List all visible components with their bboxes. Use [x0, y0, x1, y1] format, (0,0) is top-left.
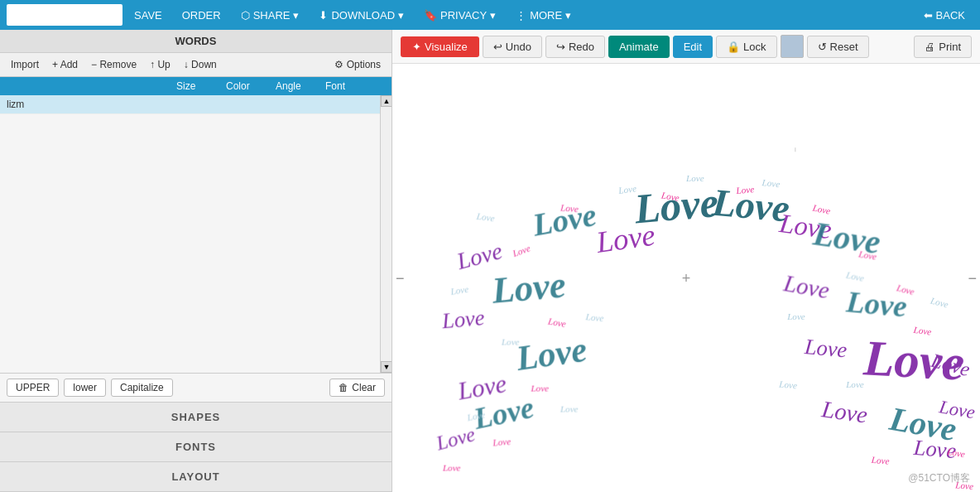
reset-button[interactable]: ↺ Reset [807, 36, 869, 58]
privacy-icon: 🔖 [424, 9, 437, 22]
svg-text:Love: Love [442, 463, 461, 473]
download-button[interactable]: ⬇ DOWNLOAD ▾ [310, 6, 412, 25]
table-row[interactable] [0, 95, 380, 114]
scroll-down-arrow[interactable]: ▼ [381, 361, 392, 373]
privacy-button[interactable]: 🔖 PRIVACY ▾ [416, 6, 504, 25]
svg-text:Love: Love [475, 210, 495, 223]
redo-icon: ↪ [556, 41, 565, 53]
lock-icon: 🔒 [727, 41, 740, 53]
zoom-out-button[interactable]: − [392, 266, 408, 290]
svg-text:Love: Love [584, 311, 604, 323]
bottom-sections: SHAPES FONTS LAYOUT [0, 402, 392, 492]
back-icon: ⬅ [924, 9, 933, 22]
svg-text:Love: Love [685, 173, 704, 183]
svg-text:Love: Love [781, 270, 832, 303]
svg-text:Love: Love [560, 404, 579, 414]
edit-button[interactable]: Edit [673, 36, 713, 58]
share-button[interactable]: ⬡ SHARE ▾ [233, 6, 308, 25]
svg-text:Love: Love [511, 243, 531, 258]
words-toolbar: Import + Add − Remove ↑ Up ↓ Down ⚙ Opti… [0, 53, 392, 77]
share-chevron-icon: ▾ [293, 9, 299, 22]
svg-text:Love: Love [513, 330, 589, 379]
color-swatch[interactable] [781, 35, 804, 58]
words-list [0, 95, 380, 373]
remove-word-button[interactable]: − Remove [85, 56, 142, 73]
share-icon: ⬡ [241, 9, 250, 22]
svg-text:Love: Love [735, 184, 755, 195]
download-chevron-icon: ▾ [398, 9, 404, 22]
case-toolbar: UPPER lower Capitalize 🗑 Clear [0, 373, 392, 402]
order-button[interactable]: ORDER [174, 6, 229, 25]
canvas-center-marker: + [682, 269, 691, 287]
download-icon: ⬇ [319, 9, 328, 22]
more-button[interactable]: ⋮ MORE ▾ [507, 6, 579, 25]
visualize-button[interactable]: ✦ Visualize [401, 36, 479, 57]
word-input[interactable] [3, 97, 161, 112]
layout-button[interactable]: LAYOUT [0, 462, 392, 492]
top-navigation: Word Art 3 SAVE ORDER ⬡ SHARE ▾ ⬇ DOWNLO… [0, 0, 980, 30]
svg-text:Love: Love [786, 311, 805, 321]
svg-text:Love: Love [449, 284, 469, 297]
down-button[interactable]: ↓ Down [178, 56, 223, 73]
canvas-area[interactable]: − − + .love-lg { font-family: Georgia, '… [392, 64, 980, 492]
trash-icon: 🗑 [339, 382, 348, 393]
svg-text:Love: Love [489, 263, 567, 311]
svg-text:Love: Love [530, 383, 549, 393]
main-layout: WORDS Import + Add − Remove ↑ Up ↓ Down … [0, 30, 980, 492]
options-button[interactable]: ⚙ Options [329, 56, 387, 73]
animate-button[interactable]: Animate [608, 36, 670, 58]
clear-button[interactable]: 🗑 Clear [329, 379, 385, 397]
lock-button[interactable]: 🔒 Lock [716, 36, 776, 58]
right-panel: ✦ Visualize ↩ Undo ↪ Redo Animate Edit 🔒… [392, 30, 980, 492]
svg-text:Love: Love [844, 270, 865, 283]
more-chevron-icon: ▾ [565, 9, 571, 22]
svg-text:Love: Love [802, 335, 848, 362]
print-button[interactable]: 🖨 Print [914, 36, 972, 58]
svg-text:Love: Love [870, 455, 890, 466]
title-input[interactable]: Word Art 3 [7, 4, 122, 26]
more-icon: ⋮ [516, 9, 526, 22]
scroll-up-arrow[interactable]: ▲ [381, 95, 392, 107]
svg-text:Love: Love [560, 202, 579, 214]
svg-text:Love: Love [546, 316, 566, 329]
svg-text:Love: Love [777, 379, 797, 390]
reset-icon: ↺ [818, 41, 827, 53]
words-scrollbar[interactable]: ▲ ▼ [380, 95, 392, 373]
lightning-icon: ✦ [412, 41, 421, 53]
words-section-header: WORDS [0, 30, 392, 53]
lower-button[interactable]: lower [64, 379, 106, 397]
svg-text:Love: Love [501, 337, 520, 347]
shapes-button[interactable]: SHAPES [0, 403, 392, 432]
print-icon: 🖨 [925, 41, 935, 53]
add-word-button[interactable]: + Add [46, 56, 84, 73]
svg-text:Love: Love [440, 306, 486, 333]
up-button[interactable]: ↑ Up [144, 56, 176, 73]
svg-text:Love: Love [433, 422, 478, 455]
save-button[interactable]: SAVE [126, 6, 171, 25]
watermark: @51CTO博客 [908, 471, 970, 485]
svg-text:Love: Love [761, 177, 781, 189]
svg-text:Love: Love [492, 437, 512, 448]
fonts-button[interactable]: FONTS [0, 432, 392, 462]
privacy-chevron-icon: ▾ [490, 9, 496, 22]
svg-text:Love: Love [929, 295, 949, 309]
svg-text:Love: Love [819, 396, 868, 428]
svg-text:Love: Love [593, 218, 657, 260]
words-table-wrap: ▲ ▼ [0, 95, 392, 373]
undo-button[interactable]: ↩ Undo [483, 36, 542, 58]
svg-text:Love: Love [858, 248, 877, 262]
back-button[interactable]: ⬅ BACK [915, 6, 973, 25]
upper-button[interactable]: UPPER [7, 379, 59, 397]
canvas-toolbar: ✦ Visualize ↩ Undo ↪ Redo Animate Edit 🔒… [392, 30, 980, 64]
undo-icon: ↩ [493, 41, 502, 53]
words-table-header: Size Color Angle Font [0, 77, 392, 95]
import-button[interactable]: Import [5, 56, 45, 73]
svg-text:Love: Love [845, 379, 864, 388]
capitalize-button[interactable]: Capitalize [111, 379, 173, 397]
redo-button[interactable]: ↪ Redo [545, 36, 605, 58]
zoom-in-button[interactable]: − [964, 266, 980, 290]
left-panel: WORDS Import + Add − Remove ↑ Up ↓ Down … [0, 30, 392, 492]
